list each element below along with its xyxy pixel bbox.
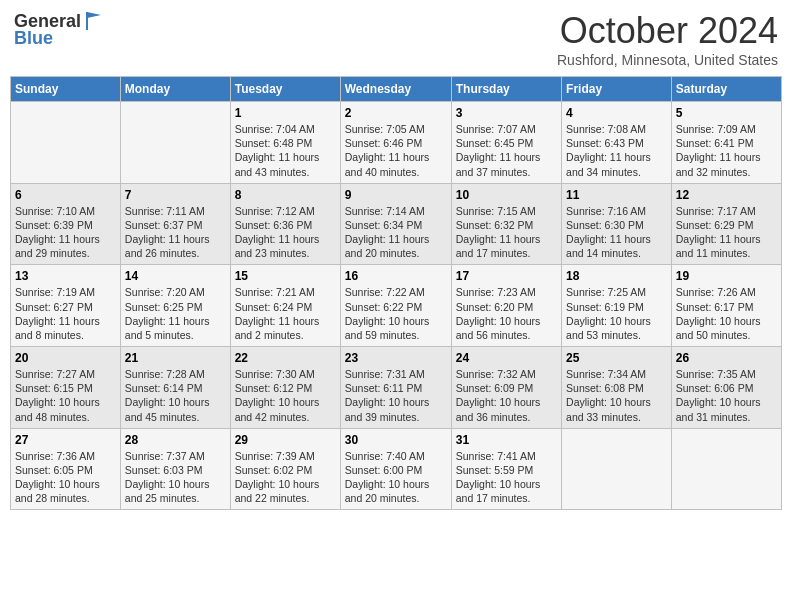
day-number: 23: [345, 351, 447, 365]
day-number: 1: [235, 106, 336, 120]
table-row: 27Sunrise: 7:36 AMSunset: 6:05 PMDayligh…: [11, 428, 121, 510]
day-number: 5: [676, 106, 777, 120]
day-number: 4: [566, 106, 667, 120]
calendar-week-row: 20Sunrise: 7:27 AMSunset: 6:15 PMDayligh…: [11, 347, 782, 429]
day-number: 6: [15, 188, 116, 202]
cell-details: Sunrise: 7:07 AMSunset: 6:45 PMDaylight:…: [456, 123, 541, 178]
calendar-week-row: 27Sunrise: 7:36 AMSunset: 6:05 PMDayligh…: [11, 428, 782, 510]
table-row: 16Sunrise: 7:22 AMSunset: 6:22 PMDayligh…: [340, 265, 451, 347]
day-number: 7: [125, 188, 226, 202]
table-row: 18Sunrise: 7:25 AMSunset: 6:19 PMDayligh…: [562, 265, 672, 347]
table-row: 25Sunrise: 7:34 AMSunset: 6:08 PMDayligh…: [562, 347, 672, 429]
table-row: 3Sunrise: 7:07 AMSunset: 6:45 PMDaylight…: [451, 102, 561, 184]
cell-details: Sunrise: 7:40 AMSunset: 6:00 PMDaylight:…: [345, 450, 430, 505]
cell-details: Sunrise: 7:12 AMSunset: 6:36 PMDaylight:…: [235, 205, 320, 260]
cell-details: Sunrise: 7:17 AMSunset: 6:29 PMDaylight:…: [676, 205, 761, 260]
day-number: 11: [566, 188, 667, 202]
day-number: 25: [566, 351, 667, 365]
table-row: 19Sunrise: 7:26 AMSunset: 6:17 PMDayligh…: [671, 265, 781, 347]
day-number: 26: [676, 351, 777, 365]
table-row: 29Sunrise: 7:39 AMSunset: 6:02 PMDayligh…: [230, 428, 340, 510]
cell-details: Sunrise: 7:41 AMSunset: 5:59 PMDaylight:…: [456, 450, 541, 505]
table-row: [562, 428, 672, 510]
cell-details: Sunrise: 7:15 AMSunset: 6:32 PMDaylight:…: [456, 205, 541, 260]
month-year-title: October 2024: [557, 10, 778, 52]
svg-marker-0: [87, 12, 101, 30]
cell-details: Sunrise: 7:14 AMSunset: 6:34 PMDaylight:…: [345, 205, 430, 260]
table-row: 17Sunrise: 7:23 AMSunset: 6:20 PMDayligh…: [451, 265, 561, 347]
title-block: October 2024 Rushford, Minnesota, United…: [557, 10, 778, 68]
cell-details: Sunrise: 7:10 AMSunset: 6:39 PMDaylight:…: [15, 205, 100, 260]
table-row: 30Sunrise: 7:40 AMSunset: 6:00 PMDayligh…: [340, 428, 451, 510]
col-monday: Monday: [120, 77, 230, 102]
table-row: 5Sunrise: 7:09 AMSunset: 6:41 PMDaylight…: [671, 102, 781, 184]
day-number: 15: [235, 269, 336, 283]
day-number: 2: [345, 106, 447, 120]
day-number: 19: [676, 269, 777, 283]
cell-details: Sunrise: 7:34 AMSunset: 6:08 PMDaylight:…: [566, 368, 651, 423]
table-row: 26Sunrise: 7:35 AMSunset: 6:06 PMDayligh…: [671, 347, 781, 429]
day-number: 30: [345, 433, 447, 447]
col-saturday: Saturday: [671, 77, 781, 102]
cell-details: Sunrise: 7:36 AMSunset: 6:05 PMDaylight:…: [15, 450, 100, 505]
table-row: 22Sunrise: 7:30 AMSunset: 6:12 PMDayligh…: [230, 347, 340, 429]
day-number: 28: [125, 433, 226, 447]
logo-flag-icon: [83, 10, 105, 32]
cell-details: Sunrise: 7:04 AMSunset: 6:48 PMDaylight:…: [235, 123, 320, 178]
table-row: 1Sunrise: 7:04 AMSunset: 6:48 PMDaylight…: [230, 102, 340, 184]
cell-details: Sunrise: 7:31 AMSunset: 6:11 PMDaylight:…: [345, 368, 430, 423]
calendar-week-row: 6Sunrise: 7:10 AMSunset: 6:39 PMDaylight…: [11, 183, 782, 265]
cell-details: Sunrise: 7:26 AMSunset: 6:17 PMDaylight:…: [676, 286, 761, 341]
cell-details: Sunrise: 7:30 AMSunset: 6:12 PMDaylight:…: [235, 368, 320, 423]
day-number: 24: [456, 351, 557, 365]
cell-details: Sunrise: 7:22 AMSunset: 6:22 PMDaylight:…: [345, 286, 430, 341]
table-row: 8Sunrise: 7:12 AMSunset: 6:36 PMDaylight…: [230, 183, 340, 265]
page-header: General Blue October 2024 Rushford, Minn…: [10, 10, 782, 68]
cell-details: Sunrise: 7:16 AMSunset: 6:30 PMDaylight:…: [566, 205, 651, 260]
table-row: 31Sunrise: 7:41 AMSunset: 5:59 PMDayligh…: [451, 428, 561, 510]
day-number: 27: [15, 433, 116, 447]
calendar-week-row: 13Sunrise: 7:19 AMSunset: 6:27 PMDayligh…: [11, 265, 782, 347]
day-number: 17: [456, 269, 557, 283]
cell-details: Sunrise: 7:23 AMSunset: 6:20 PMDaylight:…: [456, 286, 541, 341]
table-row: 24Sunrise: 7:32 AMSunset: 6:09 PMDayligh…: [451, 347, 561, 429]
day-number: 3: [456, 106, 557, 120]
day-number: 22: [235, 351, 336, 365]
col-sunday: Sunday: [11, 77, 121, 102]
header-row: Sunday Monday Tuesday Wednesday Thursday…: [11, 77, 782, 102]
location-text: Rushford, Minnesota, United States: [557, 52, 778, 68]
day-number: 31: [456, 433, 557, 447]
cell-details: Sunrise: 7:19 AMSunset: 6:27 PMDaylight:…: [15, 286, 100, 341]
table-row: 6Sunrise: 7:10 AMSunset: 6:39 PMDaylight…: [11, 183, 121, 265]
day-number: 18: [566, 269, 667, 283]
table-row: 14Sunrise: 7:20 AMSunset: 6:25 PMDayligh…: [120, 265, 230, 347]
col-wednesday: Wednesday: [340, 77, 451, 102]
table-row: [671, 428, 781, 510]
day-number: 9: [345, 188, 447, 202]
table-row: 21Sunrise: 7:28 AMSunset: 6:14 PMDayligh…: [120, 347, 230, 429]
cell-details: Sunrise: 7:27 AMSunset: 6:15 PMDaylight:…: [15, 368, 100, 423]
table-row: 13Sunrise: 7:19 AMSunset: 6:27 PMDayligh…: [11, 265, 121, 347]
day-number: 14: [125, 269, 226, 283]
calendar-table: Sunday Monday Tuesday Wednesday Thursday…: [10, 76, 782, 510]
cell-details: Sunrise: 7:21 AMSunset: 6:24 PMDaylight:…: [235, 286, 320, 341]
logo-blue-text: Blue: [14, 28, 53, 49]
day-number: 20: [15, 351, 116, 365]
table-row: 11Sunrise: 7:16 AMSunset: 6:30 PMDayligh…: [562, 183, 672, 265]
day-number: 10: [456, 188, 557, 202]
cell-details: Sunrise: 7:32 AMSunset: 6:09 PMDaylight:…: [456, 368, 541, 423]
table-row: 7Sunrise: 7:11 AMSunset: 6:37 PMDaylight…: [120, 183, 230, 265]
table-row: 2Sunrise: 7:05 AMSunset: 6:46 PMDaylight…: [340, 102, 451, 184]
table-row: 15Sunrise: 7:21 AMSunset: 6:24 PMDayligh…: [230, 265, 340, 347]
day-number: 12: [676, 188, 777, 202]
cell-details: Sunrise: 7:28 AMSunset: 6:14 PMDaylight:…: [125, 368, 210, 423]
table-row: 23Sunrise: 7:31 AMSunset: 6:11 PMDayligh…: [340, 347, 451, 429]
cell-details: Sunrise: 7:39 AMSunset: 6:02 PMDaylight:…: [235, 450, 320, 505]
cell-details: Sunrise: 7:20 AMSunset: 6:25 PMDaylight:…: [125, 286, 210, 341]
table-row: 10Sunrise: 7:15 AMSunset: 6:32 PMDayligh…: [451, 183, 561, 265]
table-row: [120, 102, 230, 184]
calendar-week-row: 1Sunrise: 7:04 AMSunset: 6:48 PMDaylight…: [11, 102, 782, 184]
day-number: 16: [345, 269, 447, 283]
cell-details: Sunrise: 7:09 AMSunset: 6:41 PMDaylight:…: [676, 123, 761, 178]
table-row: 20Sunrise: 7:27 AMSunset: 6:15 PMDayligh…: [11, 347, 121, 429]
